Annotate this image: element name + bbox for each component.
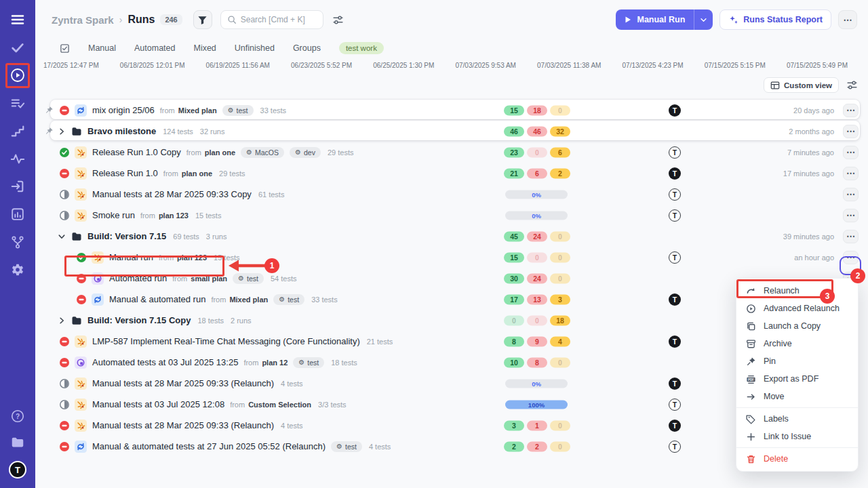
gear-chip-icon: ⚙ <box>295 149 301 156</box>
menu-item-label: Link to Issue <box>764 432 811 441</box>
group-title: Bravo milestone <box>87 126 156 136</box>
group-title: Build: Version 7.15 Copy <box>87 315 191 325</box>
sidebar-item-branch[interactable] <box>9 234 26 250</box>
menu-item-advanced-relaunch[interactable]: Advanced Relaunch <box>736 300 858 317</box>
result-pill-green: 21 <box>504 168 524 178</box>
manual-run-dropdown-button[interactable] <box>694 9 713 30</box>
svg-text:PDF: PDF <box>748 378 754 381</box>
search-input[interactable] <box>241 15 315 24</box>
assignee-avatar: T <box>669 378 681 390</box>
runs-count: 32 runs <box>200 127 225 136</box>
run-context-menu: RelaunchAdvanced RelaunchLaunch a CopyAr… <box>736 278 859 472</box>
row-more-button[interactable]: ⋯ <box>843 209 859 222</box>
row-more-button[interactable]: ⋯ <box>843 251 859 264</box>
sidebar-item-help[interactable]: ? <box>9 408 26 424</box>
custom-view-button[interactable]: Custom view <box>764 77 839 93</box>
tests-count: 4 tests <box>369 443 391 451</box>
assignee-avatar: T <box>669 209 681 222</box>
result-pill-yellow: 0 <box>550 231 570 241</box>
updated-time: 39 minutes ago <box>783 232 834 241</box>
tab-unfinished[interactable]: Unfinished <box>235 43 275 53</box>
run-row[interactable]: Smoke runfromplan 12315 tests0%T⋯ <box>35 205 868 226</box>
menu-item-labels[interactable]: Labels <box>736 410 858 428</box>
run-row[interactable]: Bravo milestone124 tests32 runs4646322 m… <box>35 121 868 142</box>
breadcrumb-project[interactable]: Zyntra Spark <box>52 14 114 26</box>
menu-item-pin[interactable]: Pin <box>736 352 858 370</box>
sidebar-item-check[interactable] <box>9 39 26 56</box>
run-title: mix origin 25/06 <box>92 105 155 115</box>
search-settings-icon[interactable] <box>332 14 344 26</box>
sidebar-item-chart[interactable] <box>9 206 26 222</box>
sidebar-item-gear[interactable] <box>9 262 26 278</box>
status-failed-icon <box>60 106 69 115</box>
run-title: Release Run 1.0 Copy <box>92 147 181 157</box>
header-more-button[interactable]: ⋯ <box>838 10 857 29</box>
manual-run-type-icon <box>75 146 87 159</box>
user-avatar[interactable]: T <box>9 461 26 479</box>
run-row[interactable]: Release Run 1.0fromplan one29 tests2162T… <box>35 163 868 184</box>
menu-item-relaunch[interactable]: Relaunch <box>736 282 858 300</box>
row-more-button[interactable]: ⋯ <box>843 188 859 201</box>
status-inprogress-icon <box>60 400 69 409</box>
runs-status-report-button[interactable]: Runs Status Report <box>719 9 831 30</box>
sidebar-item-steps[interactable] <box>9 123 26 139</box>
menu-item-link-to-issue[interactable]: Link to Issue <box>736 428 858 445</box>
tag-icon <box>746 414 756 424</box>
mixed-run-type-icon <box>92 293 104 306</box>
view-settings-icon[interactable] <box>846 79 858 91</box>
result-pill-green: 46 <box>504 126 524 136</box>
row-more-button[interactable]: ⋯ <box>843 230 859 243</box>
run-row[interactable]: Build: Version 7.1569 tests3 runs4524039… <box>35 226 868 247</box>
tab-filter-badge[interactable]: test work <box>339 42 384 54</box>
row-more-button[interactable]: ⋯ <box>843 167 859 180</box>
menu-item-export-as-pdf[interactable]: PDFExport as PDF <box>736 370 858 388</box>
manual-run-button[interactable]: Manual Run <box>616 9 694 30</box>
filter-button[interactable] <box>193 10 212 29</box>
run-row[interactable]: Manual runfromplan 12315 tests1500Tan ho… <box>35 247 868 268</box>
progress-bar: 100% <box>505 400 568 409</box>
automated-run-type-icon <box>92 272 104 285</box>
sidebar-item-folder[interactable] <box>9 434 26 451</box>
relaunch-icon <box>746 286 756 296</box>
result-pill-red: 0 <box>527 252 547 262</box>
sidebar-item-play-circle[interactable] <box>9 67 26 83</box>
tab-mixed[interactable]: Mixed <box>193 43 216 53</box>
from-plan-name: Custom Selection <box>248 401 311 409</box>
result-pill-red: 8 <box>527 357 547 367</box>
assignee-avatar: T <box>669 399 681 411</box>
timeline-date: 06/23/2025 5:52 PM <box>291 62 352 69</box>
row-more-button[interactable]: ⋯ <box>843 146 859 159</box>
result-pill-yellow: 0 <box>550 273 570 283</box>
tab-list-icon <box>60 43 70 54</box>
menu-item-archive[interactable]: Archive <box>736 335 858 352</box>
run-row[interactable]: Release Run 1.0 Copyfromplan one⚙MacOS⚙d… <box>35 142 868 163</box>
trash-icon <box>746 454 756 464</box>
gear-chip-icon: ⚙ <box>238 275 244 282</box>
chevron-down-icon <box>58 232 66 241</box>
result-pill-green: 17 <box>504 294 524 304</box>
result-pills: 2162 <box>504 168 570 178</box>
row-more-button[interactable]: ⋯ <box>843 125 859 138</box>
sidebar-item-pulse[interactable] <box>9 150 26 167</box>
chart-icon <box>10 207 25 222</box>
timeline-date: 07/15/2025 5:15 PM <box>705 62 766 69</box>
menu-item-delete[interactable]: Delete <box>736 450 858 468</box>
status-failed-icon <box>60 337 69 346</box>
tab-groups[interactable]: Groups <box>293 43 321 53</box>
status-inprogress-icon <box>60 379 69 388</box>
tests-count: 18 tests <box>197 317 224 325</box>
run-row[interactable]: Manual tests at 28 Mar 2025 09:33 Copy61… <box>35 184 868 205</box>
tab-manual[interactable]: Manual <box>88 43 116 53</box>
row-more-button[interactable]: ⋯ <box>843 104 859 117</box>
sidebar-item-import[interactable] <box>9 178 26 195</box>
result-pill-yellow: 4 <box>550 336 570 346</box>
sidebar-item-list-check[interactable] <box>9 95 26 111</box>
sidebar-item-menu[interactable] <box>9 12 26 28</box>
result-pill-yellow: 0 <box>550 105 570 115</box>
run-row[interactable]: mix origin 25/06fromMixed plan⚙test33 te… <box>35 100 868 121</box>
menu-item-launch-a-copy[interactable]: Launch a Copy <box>736 317 858 335</box>
tab-automated[interactable]: Automated <box>134 43 175 53</box>
run-title: Release Run 1.0 <box>92 168 158 178</box>
page-header: Zyntra Spark › Runs 246 Manual Run Runs … <box>35 0 868 39</box>
menu-item-move[interactable]: Move <box>736 388 858 405</box>
